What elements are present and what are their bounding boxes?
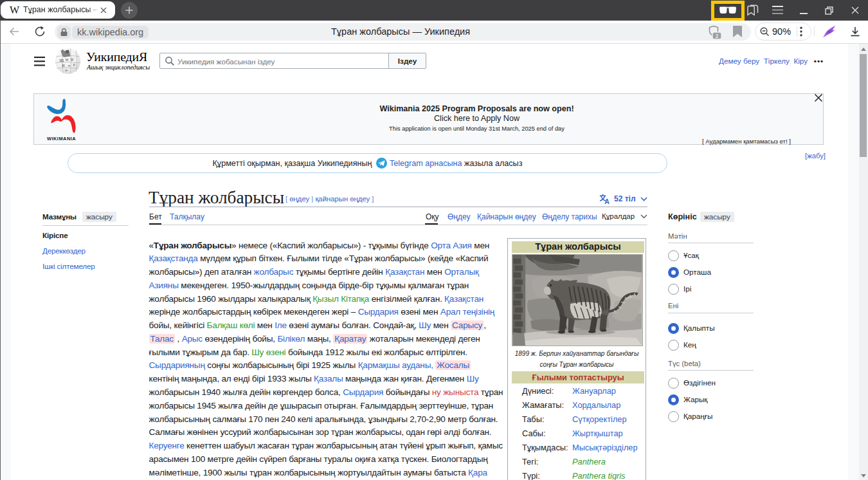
svg-text:2: 2 [716, 33, 719, 39]
svg-text:WIKIMANIA: WIKIMANIA [47, 136, 76, 142]
svg-text:W: W [66, 58, 69, 62]
svg-text:A: A [604, 198, 610, 205]
svg-text:Ф: Ф [65, 69, 68, 72]
svg-text:И: И [62, 64, 65, 68]
svg-text:Щ: Щ [60, 58, 64, 62]
svg-text:ע: ע [73, 62, 75, 66]
svg-text:Ω: Ω [71, 57, 73, 61]
